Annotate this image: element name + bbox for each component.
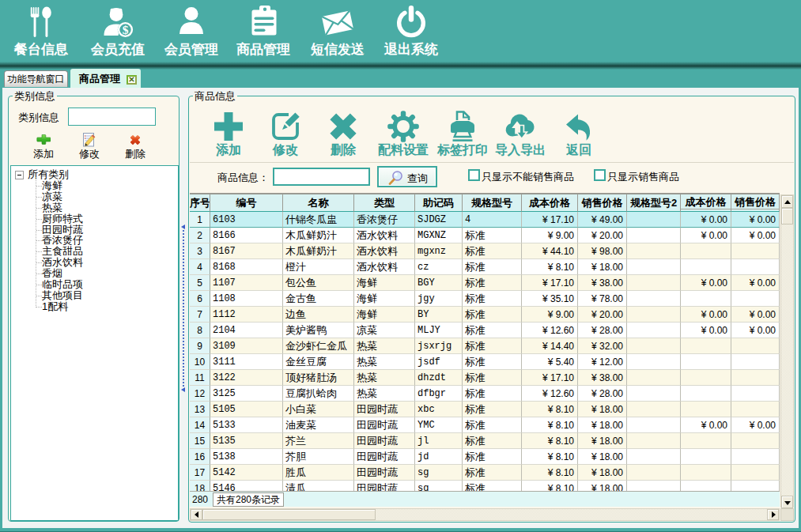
svg-text:$: $ — [123, 23, 129, 36]
